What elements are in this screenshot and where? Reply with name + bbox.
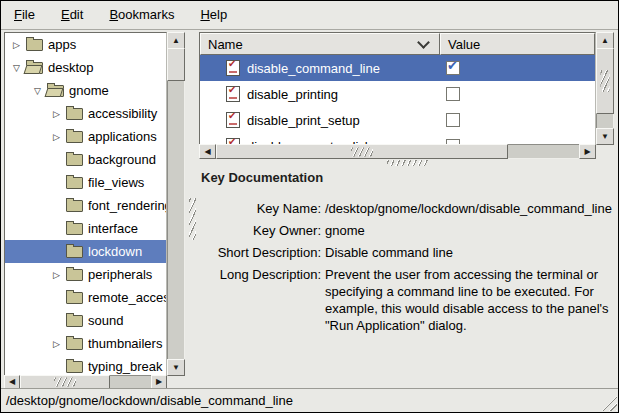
tree-item-label: thumbnailers <box>88 336 162 351</box>
menu-bookmarks[interactable]: Bookmarks <box>99 3 184 27</box>
scroll-down-button[interactable]: ▼ <box>596 128 614 145</box>
tree-vscroll-track[interactable] <box>167 48 185 360</box>
table-hscroll-thumb[interactable] <box>216 144 508 159</box>
tree-item-gnome[interactable]: ▽ gnome <box>5 79 166 102</box>
folder-icon <box>26 39 43 51</box>
table-row-disable-command-line[interactable]: ✔ disable_command_line ✔ <box>200 55 595 81</box>
sort-indicator-icon <box>417 36 430 49</box>
tree-item-accessibility[interactable]: ▷ accessibility <box>5 102 166 125</box>
arrow-up-icon: ▲ <box>601 37 609 45</box>
scroll-up-button[interactable]: ▲ <box>596 32 614 49</box>
tree-item-label: file_views <box>88 175 144 190</box>
tree-hscroll-thumb[interactable] <box>20 375 110 389</box>
scroll-left-button[interactable]: ◀ <box>199 144 216 159</box>
folder-icon <box>66 269 83 281</box>
tree-item-apps[interactable]: ▷ apps <box>5 33 166 56</box>
expander-expanded-icon[interactable]: ▽ <box>30 86 45 96</box>
docs-title: Key Documentation <box>199 167 616 185</box>
expander-collapsed-icon[interactable]: ▷ <box>49 109 64 119</box>
scroll-right-button[interactable]: ▶ <box>151 375 167 389</box>
pane-splitter-vertical[interactable] <box>187 30 198 388</box>
arrow-left-icon: ◀ <box>204 148 210 156</box>
expander-collapsed-icon[interactable]: ▷ <box>49 132 64 142</box>
thumb-grip <box>351 147 373 156</box>
arrow-right-icon: ▶ <box>584 148 590 156</box>
table-horizontal-scrollbar: ◀ ▶ <box>199 144 594 159</box>
table-vertical-scrollbar: ▲ ▼ <box>596 32 614 143</box>
tree-item-typing-break[interactable]: typing_break <box>5 355 166 376</box>
table-vscroll-thumb[interactable] <box>596 48 614 114</box>
arrow-right-icon: ▶ <box>156 378 162 386</box>
tree-item-label: interface <box>88 221 138 236</box>
thumb-grip <box>601 70 610 92</box>
doc-row-key-owner: Key Owner: gnome <box>199 222 616 239</box>
tree-item-file-views[interactable]: file_views <box>5 171 166 194</box>
tree-item-peripherals[interactable]: ▷ peripherals <box>5 263 166 286</box>
folder-icon <box>66 223 83 235</box>
config-tree: ▷ apps ▽ desktop ▽ gnome ▷ accessibility… <box>4 32 167 376</box>
scroll-left-button[interactable]: ◀ <box>4 375 20 389</box>
tree-item-interface[interactable]: interface <box>5 217 166 240</box>
tree-vscroll-thumb[interactable] <box>167 48 185 81</box>
tree-item-label: remote_access <box>88 290 167 305</box>
statusbar-path: /desktop/gnome/lockdown/disable_command_… <box>6 393 293 408</box>
tree-item-label: background <box>88 152 156 167</box>
folder-icon <box>66 177 83 189</box>
doc-row-long-description: Long Description: Prevent the user from … <box>199 266 616 334</box>
key-name: disable_command_line <box>247 61 380 76</box>
key-table: Name Value ✔ disable_command_line ✔ ✔ <box>199 32 596 145</box>
folder-icon <box>66 200 83 212</box>
tree-horizontal-scrollbar: ◀ ▶ <box>4 375 165 389</box>
statusbar: /desktop/gnome/lockdown/disable_command_… <box>1 388 618 412</box>
menu-help[interactable]: Help <box>190 3 237 27</box>
expander-collapsed-icon[interactable]: ▷ <box>49 339 64 349</box>
checkbox-unchecked[interactable] <box>446 87 460 101</box>
tree-item-label: peripherals <box>88 267 152 282</box>
thumb-grip <box>54 378 76 387</box>
key-table-header: Name Value <box>200 33 595 55</box>
doc-field-label: Key Name: <box>199 200 321 217</box>
tree-item-remote-access[interactable]: remote_access <box>5 286 166 309</box>
resize-grip-icon[interactable] <box>602 396 617 411</box>
tree-vertical-scrollbar: ▲ ▼ <box>167 32 185 374</box>
table-row-disable-printing[interactable]: ✔ disable_printing <box>200 81 595 107</box>
key-name: disable_print_setup <box>247 113 360 128</box>
scroll-up-button[interactable]: ▲ <box>167 32 185 49</box>
key-value-cell <box>440 87 595 101</box>
key-name-cell: ✔ disable_command_line <box>200 60 440 76</box>
table-row-disable-print-setup[interactable]: ✔ disable_print_setup <box>200 107 595 133</box>
column-header-name[interactable]: Name <box>200 33 440 55</box>
tree-item-sound[interactable]: sound <box>5 309 166 332</box>
tree-item-desktop[interactable]: ▽ desktop <box>5 56 166 79</box>
folder-icon <box>66 246 83 258</box>
folder-icon <box>66 154 83 166</box>
key-check-glyph: ✔ <box>228 84 236 95</box>
doc-field-label: Key Owner: <box>199 222 321 239</box>
tree-item-font-rendering[interactable]: font_rendering <box>5 194 166 217</box>
menu-file[interactable]: File <box>4 3 45 27</box>
expander-collapsed-icon[interactable]: ▷ <box>9 40 24 50</box>
gconf-editor-window: File Edit Bookmarks Help ▷ apps ▽ deskto… <box>0 0 619 413</box>
scroll-down-button[interactable]: ▼ <box>167 359 185 376</box>
expander-collapsed-icon[interactable]: ▷ <box>49 270 64 280</box>
tree-item-thumbnailers[interactable]: ▷ thumbnailers <box>5 332 166 355</box>
tree-item-lockdown[interactable]: lockdown <box>5 240 166 263</box>
checkbox-checked[interactable]: ✔ <box>446 61 460 75</box>
expander-expanded-icon[interactable]: ▽ <box>9 63 24 73</box>
docs-fields: Key Name: /desktop/gnome/lockdown/disabl… <box>199 200 616 334</box>
checkbox-unchecked[interactable] <box>446 113 460 127</box>
tree-item-label: sound <box>88 313 123 328</box>
key-name: disable_printing <box>247 87 338 102</box>
column-header-value[interactable]: Value <box>440 33 595 55</box>
doc-field-value: Prevent the user from accessing the term… <box>325 266 613 334</box>
menu-edit[interactable]: Edit <box>51 3 93 27</box>
tree-item-applications[interactable]: ▷ applications <box>5 125 166 148</box>
pane-splitter-horizontal[interactable] <box>199 159 616 167</box>
scroll-right-button[interactable]: ▶ <box>579 144 596 159</box>
doc-field-value: gnome <box>325 222 613 239</box>
key-check-glyph: ✔ <box>228 58 236 69</box>
tree-item-background[interactable]: background <box>5 148 166 171</box>
column-label: Name <box>208 37 243 52</box>
key-icon: ✔ <box>226 86 240 102</box>
arrow-up-icon: ▲ <box>172 37 180 45</box>
